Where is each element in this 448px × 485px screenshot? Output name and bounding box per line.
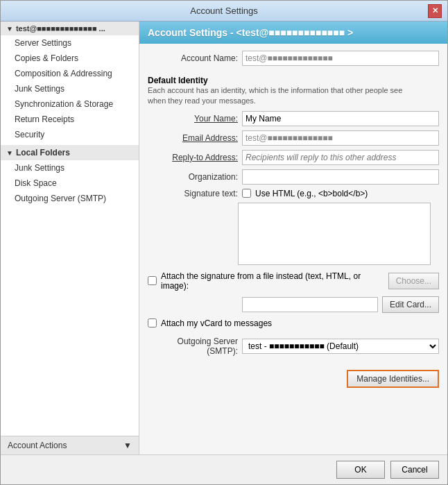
use-html-label: Use HTML (e.g., <b>bold</b>) — [255, 189, 368, 198]
attach-file-input[interactable] — [242, 297, 378, 312]
account-actions-button[interactable]: Account Actions ▼ — [1, 436, 139, 454]
panel-body: Account Name: Default Identity Each acco… — [139, 44, 447, 395]
sidebar-item-server-settings[interactable]: Server Settings — [1, 35, 139, 51]
your-name-row: Your Name: — [148, 111, 439, 126]
account-name-row: Account Name: — [148, 51, 439, 66]
attach-vcard-checkbox[interactable] — [148, 318, 157, 327]
your-name-label: Your Name: — [148, 114, 238, 124]
attach-sig-label: Attach the signature from a file instead… — [161, 271, 384, 291]
account-name-input[interactable] — [242, 51, 439, 66]
signature-text-row: Signature text: Use HTML (e.g., <b>bold<… — [148, 189, 439, 198]
sidebar-item-label: Outgoing Server (SMTP) — [15, 194, 106, 203]
your-name-input[interactable] — [242, 111, 439, 126]
sidebar-item-copies-folders[interactable]: Copies & Folders — [1, 51, 139, 66]
edit-card-label: Edit Card... — [390, 300, 431, 309]
outgoing-server-row: Outgoing Server (SMTP): test - ■■■■■■■■■… — [148, 337, 439, 356]
local-folders-arrow-icon: ▼ — [6, 149, 13, 157]
sidebar-item-local-junk[interactable]: Junk Settings — [1, 160, 139, 176]
reply-to-input[interactable] — [242, 150, 439, 165]
dialog-footer: OK Cancel — [1, 454, 447, 484]
close-button[interactable]: ✕ — [428, 4, 442, 18]
reply-to-label: Reply-to Address: — [148, 153, 238, 162]
sidebar-item-outgoing-smtp[interactable]: Outgoing Server (SMTP) — [1, 191, 139, 206]
sidebar-item-label: Junk Settings — [15, 163, 64, 173]
sidebar-item-label: Synchronization & Storage — [15, 99, 113, 109]
sidebar-item-sync-storage[interactable]: Synchronization & Storage — [1, 96, 139, 112]
use-html-checkbox[interactable] — [242, 189, 251, 198]
cancel-button[interactable]: Cancel — [390, 461, 439, 479]
sidebar-item-label: Junk Settings — [15, 84, 64, 94]
cancel-label: Cancel — [402, 465, 427, 475]
sidebar-item-label: Server Settings — [15, 38, 71, 48]
attach-sig-checkbox[interactable] — [148, 276, 157, 285]
manage-identities-label: Manage Identities... — [356, 374, 429, 384]
choose-button: Choose... — [388, 273, 439, 289]
account-settings-window: Account Settings ✕ ▼ test@■■■■■■■■■■■■■ … — [0, 0, 448, 485]
sidebar-item-label: Copies & Folders — [15, 53, 78, 63]
sidebar-item-composition-addressing[interactable]: Composition & Addressing — [1, 66, 139, 81]
organization-label: Organization: — [148, 172, 238, 182]
sidebar-local-folders-header[interactable]: ▼ Local Folders — [1, 145, 139, 160]
sidebar-footer: Account Actions ▼ — [1, 436, 139, 454]
right-panel: Account Settings - <test@■■■■■■■■■■■■■ >… — [139, 22, 447, 454]
sidebar-item-label: Return Receipts — [15, 114, 74, 124]
organization-row: Organization: — [148, 169, 439, 185]
title-bar: Account Settings ✕ — [1, 1, 447, 22]
email-address-label: Email Address: — [148, 133, 238, 143]
sidebar: ▼ test@■■■■■■■■■■■■■ ... Server Settings… — [1, 22, 139, 454]
sidebar-list: ▼ test@■■■■■■■■■■■■■ ... Server Settings… — [1, 22, 139, 436]
attach-sig-row: Attach the signature from a file instead… — [148, 271, 439, 291]
email-address-input[interactable] — [242, 130, 439, 146]
panel-header: Account Settings - <test@■■■■■■■■■■■■■ > — [139, 22, 447, 44]
outgoing-server-select[interactable]: test - ■■■■■■■■■■■ (Default) — [242, 339, 439, 354]
window-title: Account Settings — [20, 6, 428, 16]
edit-card-button[interactable]: Edit Card... — [382, 296, 439, 313]
local-folders-label: Local Folders — [16, 148, 70, 158]
vcard-row: Attach my vCard to messages — [148, 318, 439, 328]
sidebar-item-disk-space[interactable]: Disk Space — [1, 176, 139, 191]
manage-identities-wrapper: Manage Identities... — [148, 366, 439, 388]
main-content: ▼ test@■■■■■■■■■■■■■ ... Server Settings… — [1, 22, 447, 454]
account-actions-label: Account Actions — [8, 441, 67, 450]
collapse-arrow-icon: ▼ — [6, 25, 13, 33]
account-name-label: Account Name: — [148, 53, 238, 63]
sidebar-item-return-receipts[interactable]: Return Receipts — [1, 112, 139, 127]
sidebar-item-junk-settings[interactable]: Junk Settings — [1, 81, 139, 96]
default-identity-section: Default Identity Each account has an ide… — [148, 73, 439, 107]
attach-file-row: Edit Card... — [148, 296, 439, 313]
sidebar-item-label: Disk Space — [15, 178, 57, 188]
manage-identities-button[interactable]: Manage Identities... — [347, 370, 439, 388]
ok-label: OK — [354, 465, 366, 475]
account-actions-arrow-icon: ▼ — [123, 441, 132, 450]
panel-header-text: Account Settings - <test@■■■■■■■■■■■■■ > — [148, 27, 353, 38]
outgoing-server-label: Outgoing Server (SMTP): — [148, 337, 238, 356]
default-identity-desc: Each account has an identity, which is t… — [148, 85, 439, 107]
signature-textarea[interactable] — [238, 203, 431, 265]
sidebar-item-label: Security — [15, 130, 44, 139]
reply-to-row: Reply-to Address: — [148, 150, 439, 165]
signature-text-label: Signature text: — [148, 189, 238, 198]
default-identity-title: Default Identity — [148, 76, 439, 85]
organization-input[interactable] — [242, 169, 439, 185]
sidebar-item-label: Composition & Addressing — [15, 69, 112, 78]
sidebar-account-header[interactable]: ▼ test@■■■■■■■■■■■■■ ... — [1, 22, 139, 35]
attach-vcard-label: Attach my vCard to messages — [161, 318, 272, 328]
sidebar-item-security[interactable]: Security — [1, 127, 139, 142]
account-header-label: test@■■■■■■■■■■■■■ ... — [16, 24, 105, 33]
signature-textarea-wrapper — [148, 203, 439, 267]
choose-label: Choose... — [396, 276, 431, 286]
email-address-row: Email Address: — [148, 130, 439, 146]
ok-button[interactable]: OK — [336, 461, 385, 479]
